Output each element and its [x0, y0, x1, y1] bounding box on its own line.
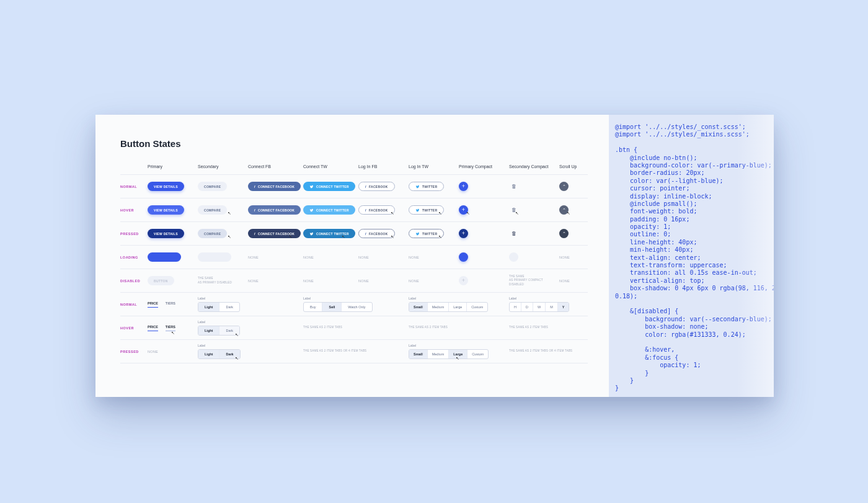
login-twitter-button[interactable]: TWITTER: [409, 182, 444, 191]
view-details-button[interactable]: VIEW DETAILS: [148, 182, 184, 191]
segment-2[interactable]: Light Dark: [198, 326, 240, 336]
tab-tiers[interactable]: TIERS: [166, 325, 175, 331]
seg-d[interactable]: D: [521, 303, 533, 311]
delete-button[interactable]: 🗑: [509, 182, 518, 191]
connect-twitter-button[interactable]: CONNECT TWITTER: [303, 229, 355, 238]
seg-custom[interactable]: Custom: [467, 350, 488, 358]
segment-2[interactable]: Light Dark: [198, 349, 241, 359]
seg-light[interactable]: Light: [198, 350, 219, 358]
chevron-up-icon: ⌃: [562, 208, 566, 213]
compare-button[interactable]: COMPARE: [198, 229, 227, 238]
tabs-label: Label: [198, 344, 241, 347]
none-label: NONE: [559, 279, 570, 283]
disabled-compact: +: [459, 276, 468, 285]
seg-small[interactable]: Small: [409, 303, 428, 311]
segment-2[interactable]: Light Dark: [198, 302, 240, 312]
seg-large[interactable]: Large: [449, 303, 467, 311]
add-button[interactable]: +: [459, 182, 468, 191]
compare-button[interactable]: COMPARE: [198, 205, 227, 215]
seg-buy[interactable]: Buy: [304, 303, 322, 311]
segment-4[interactable]: Small Medium Large Custom: [409, 349, 489, 359]
seg-medium[interactable]: Medium: [428, 303, 450, 311]
cursor-icon: ↖: [235, 356, 239, 361]
facebook-icon: f: [365, 232, 366, 235]
cursor-icon: ↖: [438, 234, 442, 239]
connect-facebook-button[interactable]: fCONNECT FACEBOOK: [248, 205, 301, 215]
cursor-icon: ↖: [235, 332, 239, 337]
connect-facebook-button[interactable]: fCONNECT FACEBOOK: [248, 182, 301, 191]
delete-button[interactable]: 🗑: [509, 229, 518, 238]
segment-4[interactable]: Small Medium Large Custom: [409, 302, 488, 312]
tab-tiers[interactable]: TIERS: [166, 301, 175, 308]
connect-twitter-button[interactable]: CONNECT TWITTER: [303, 182, 355, 191]
login-facebook-button[interactable]: fFACEBOOK: [358, 205, 395, 215]
seg-h[interactable]: H: [510, 303, 521, 311]
none-label: NONE: [248, 256, 259, 259]
tab-state-normal: NORMAL: [120, 293, 148, 316]
design-panel: Button States Primary Secondary Connect …: [95, 115, 609, 397]
seg-light[interactable]: Light: [198, 303, 219, 311]
tabs-label: Label: [198, 320, 240, 324]
page-title: Button States: [120, 138, 584, 149]
scroll-up-button[interactable]: ⌃: [559, 229, 569, 238]
loading-secondary: [198, 252, 231, 262]
cursor-icon: ↖: [391, 211, 394, 216]
seg-sell[interactable]: Sell: [322, 303, 342, 311]
seg-watch[interactable]: Watch Only: [342, 303, 371, 311]
plus-icon: +: [462, 207, 465, 213]
seg-dark[interactable]: Dark: [219, 303, 239, 311]
state-hover: HOVER: [120, 198, 148, 221]
same-note: THE SAME AS 2 ITEM TABS: [409, 326, 448, 329]
none-label: NONE: [148, 350, 158, 354]
cursor-icon: ↖: [289, 234, 293, 239]
facebook-icon: f: [365, 185, 366, 188]
seg-small[interactable]: Small: [409, 350, 428, 358]
compare-button[interactable]: COMPARE: [198, 182, 227, 191]
seg-medium[interactable]: Medium: [428, 350, 450, 358]
none-label: NONE: [409, 279, 419, 283]
tab-price[interactable]: PRICE: [148, 301, 158, 308]
seg-y[interactable]: Y: [558, 303, 569, 311]
none-label: NONE: [409, 256, 419, 259]
seg-w[interactable]: W: [533, 303, 546, 311]
tabs-label: Label: [198, 296, 240, 300]
loading-primary: [148, 252, 181, 262]
loading-compact-sec: [509, 252, 518, 262]
connect-twitter-button[interactable]: CONNECT TWITTER: [303, 205, 355, 215]
view-details-button[interactable]: VIEW DETAILS: [148, 205, 184, 215]
connect-facebook-button[interactable]: fCONNECT FACEBOOK: [248, 229, 301, 238]
scroll-up-button[interactable]: ⌃: [559, 182, 569, 191]
login-facebook-button[interactable]: fFACEBOOK: [358, 182, 395, 191]
none-label: NONE: [559, 256, 570, 259]
login-facebook-button[interactable]: fFACEBOOK: [358, 229, 395, 238]
chevron-up-icon: ⌃: [562, 184, 566, 189]
loading-compact: [459, 252, 468, 262]
twitter-icon: [415, 232, 420, 236]
col-primary: Primary: [148, 164, 198, 174]
disabled-button: BUTTON: [148, 276, 174, 285]
segment-5[interactable]: H D W M Y: [509, 302, 569, 312]
state-disabled: DISABLED: [120, 269, 148, 292]
plus-icon: +: [462, 278, 465, 283]
state-loading: LOADING: [120, 246, 148, 269]
tabs-label: Label: [303, 296, 373, 300]
plus-icon: +: [462, 184, 465, 189]
facebook-icon: f: [254, 232, 255, 235]
view-details-button[interactable]: VIEW DETAILS: [148, 229, 184, 238]
col-secondary: Secondary: [198, 164, 248, 174]
underline-tabs[interactable]: PRICE TIERS: [148, 301, 175, 308]
seg-custom[interactable]: Custom: [467, 303, 487, 311]
underline-tabs[interactable]: PRICE TIERS: [148, 325, 175, 331]
seg-light[interactable]: Light: [198, 326, 219, 335]
tab-price[interactable]: PRICE: [148, 325, 158, 331]
facebook-icon: f: [254, 185, 255, 188]
cursor-icon: ↖: [342, 234, 345, 239]
facebook-icon: f: [365, 208, 366, 211]
tab-state-pressed: PRESSED: [120, 340, 148, 363]
cursor-icon: ↖: [515, 211, 519, 216]
cursor-icon: ↖: [171, 331, 175, 336]
seg-m[interactable]: M: [546, 303, 558, 311]
code-panel: @import '../../styles/_const.scss'; @imp…: [609, 115, 774, 397]
segment-3[interactable]: Buy Sell Watch Only: [303, 302, 373, 312]
add-button[interactable]: +: [459, 229, 468, 238]
